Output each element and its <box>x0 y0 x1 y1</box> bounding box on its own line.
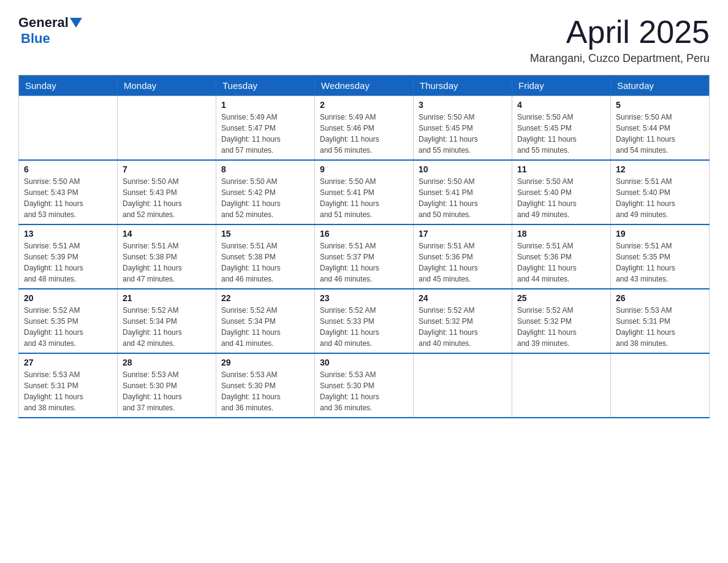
day-number: 22 <box>221 293 309 303</box>
day-number: 8 <box>221 164 309 174</box>
day-number: 3 <box>419 100 507 110</box>
calendar-cell: 21Sunrise: 5:52 AMSunset: 5:34 PMDayligh… <box>118 289 216 353</box>
calendar-cell: 30Sunrise: 5:53 AMSunset: 5:30 PMDayligh… <box>315 353 414 418</box>
calendar-cell: 24Sunrise: 5:52 AMSunset: 5:32 PMDayligh… <box>414 289 512 353</box>
main-title: April 2025 <box>530 15 710 50</box>
day-info: Sunrise: 5:52 AMSunset: 5:32 PMDaylight:… <box>419 305 507 349</box>
calendar-cell: 20Sunrise: 5:52 AMSunset: 5:35 PMDayligh… <box>19 289 118 353</box>
calendar-cell: 28Sunrise: 5:53 AMSunset: 5:30 PMDayligh… <box>118 353 216 418</box>
day-number: 17 <box>419 229 507 239</box>
calendar-header-row: SundayMondayTuesdayWednesdayThursdayFrid… <box>19 75 710 96</box>
day-info: Sunrise: 5:51 AMSunset: 5:40 PMDaylight:… <box>616 176 704 220</box>
day-number: 30 <box>320 358 408 367</box>
day-number: 7 <box>123 164 211 174</box>
day-info: Sunrise: 5:50 AMSunset: 5:44 PMDaylight:… <box>616 112 704 156</box>
calendar-cell: 7Sunrise: 5:50 AMSunset: 5:43 PMDaylight… <box>118 160 216 224</box>
day-info: Sunrise: 5:51 AMSunset: 5:35 PMDaylight:… <box>616 240 704 285</box>
calendar-week-row: 6Sunrise: 5:50 AMSunset: 5:43 PMDaylight… <box>19 160 710 224</box>
calendar-cell: 16Sunrise: 5:51 AMSunset: 5:37 PMDayligh… <box>315 224 414 289</box>
day-info: Sunrise: 5:50 AMSunset: 5:40 PMDaylight:… <box>517 176 605 220</box>
day-number: 23 <box>320 293 408 303</box>
calendar-cell: 26Sunrise: 5:53 AMSunset: 5:31 PMDayligh… <box>611 289 710 353</box>
calendar-cell: 3Sunrise: 5:50 AMSunset: 5:45 PMDaylight… <box>414 96 512 161</box>
calendar-header-tuesday: Tuesday <box>216 75 315 96</box>
calendar-cell: 23Sunrise: 5:52 AMSunset: 5:33 PMDayligh… <box>315 289 414 353</box>
calendar-cell: 22Sunrise: 5:52 AMSunset: 5:34 PMDayligh… <box>216 289 315 353</box>
day-number: 15 <box>221 229 309 239</box>
day-info: Sunrise: 5:53 AMSunset: 5:31 PMDaylight:… <box>616 305 704 349</box>
calendar-header-friday: Friday <box>512 75 611 96</box>
calendar-table: SundayMondayTuesdayWednesdayThursdayFrid… <box>18 75 710 418</box>
day-number: 28 <box>123 358 211 367</box>
day-number: 9 <box>320 164 408 174</box>
calendar-cell <box>118 96 216 161</box>
day-number: 12 <box>616 164 704 174</box>
logo-triangle-icon <box>70 18 82 28</box>
calendar-cell: 4Sunrise: 5:50 AMSunset: 5:45 PMDaylight… <box>512 96 611 161</box>
day-info: Sunrise: 5:51 AMSunset: 5:39 PMDaylight:… <box>24 240 112 285</box>
day-info: Sunrise: 5:50 AMSunset: 5:41 PMDaylight:… <box>419 176 507 220</box>
calendar-cell: 29Sunrise: 5:53 AMSunset: 5:30 PMDayligh… <box>216 353 315 418</box>
day-info: Sunrise: 5:51 AMSunset: 5:36 PMDaylight:… <box>517 240 605 285</box>
day-number: 2 <box>320 100 408 110</box>
calendar-cell: 14Sunrise: 5:51 AMSunset: 5:38 PMDayligh… <box>118 224 216 289</box>
calendar-cell: 2Sunrise: 5:49 AMSunset: 5:46 PMDaylight… <box>315 96 414 161</box>
day-info: Sunrise: 5:52 AMSunset: 5:32 PMDaylight:… <box>517 305 605 349</box>
calendar-week-row: 20Sunrise: 5:52 AMSunset: 5:35 PMDayligh… <box>19 289 710 353</box>
day-info: Sunrise: 5:51 AMSunset: 5:38 PMDaylight:… <box>221 240 309 285</box>
day-info: Sunrise: 5:53 AMSunset: 5:30 PMDaylight:… <box>320 369 408 413</box>
day-number: 21 <box>123 293 211 303</box>
day-number: 1 <box>221 100 309 110</box>
calendar-cell: 15Sunrise: 5:51 AMSunset: 5:38 PMDayligh… <box>216 224 315 289</box>
logo: General Blue <box>18 15 82 47</box>
day-info: Sunrise: 5:49 AMSunset: 5:46 PMDaylight:… <box>320 112 408 156</box>
calendar-header-monday: Monday <box>118 75 216 96</box>
calendar-cell: 25Sunrise: 5:52 AMSunset: 5:32 PMDayligh… <box>512 289 611 353</box>
day-number: 14 <box>123 229 211 239</box>
calendar-cell: 19Sunrise: 5:51 AMSunset: 5:35 PMDayligh… <box>611 224 710 289</box>
calendar-header-saturday: Saturday <box>611 75 710 96</box>
day-info: Sunrise: 5:49 AMSunset: 5:47 PMDaylight:… <box>221 112 309 156</box>
calendar-cell <box>19 96 118 161</box>
calendar-cell: 11Sunrise: 5:50 AMSunset: 5:40 PMDayligh… <box>512 160 611 224</box>
day-number: 20 <box>24 293 112 303</box>
logo-text-general: General <box>18 15 69 31</box>
calendar-cell <box>611 353 710 418</box>
calendar-cell: 18Sunrise: 5:51 AMSunset: 5:36 PMDayligh… <box>512 224 611 289</box>
day-number: 26 <box>616 293 704 303</box>
logo-text-blue: Blue <box>21 31 50 47</box>
day-info: Sunrise: 5:52 AMSunset: 5:35 PMDaylight:… <box>24 305 112 349</box>
day-info: Sunrise: 5:51 AMSunset: 5:37 PMDaylight:… <box>320 240 408 285</box>
subtitle: Marangani, Cuzco Department, Peru <box>530 52 710 65</box>
calendar-cell: 1Sunrise: 5:49 AMSunset: 5:47 PMDaylight… <box>216 96 315 161</box>
calendar-cell: 9Sunrise: 5:50 AMSunset: 5:41 PMDaylight… <box>315 160 414 224</box>
day-number: 24 <box>419 293 507 303</box>
calendar-cell: 6Sunrise: 5:50 AMSunset: 5:43 PMDaylight… <box>19 160 118 224</box>
day-number: 29 <box>221 358 309 367</box>
day-info: Sunrise: 5:51 AMSunset: 5:38 PMDaylight:… <box>123 240 211 285</box>
calendar-cell: 27Sunrise: 5:53 AMSunset: 5:31 PMDayligh… <box>19 353 118 418</box>
calendar-week-row: 1Sunrise: 5:49 AMSunset: 5:47 PMDaylight… <box>19 96 710 161</box>
day-info: Sunrise: 5:52 AMSunset: 5:33 PMDaylight:… <box>320 305 408 349</box>
day-info: Sunrise: 5:52 AMSunset: 5:34 PMDaylight:… <box>123 305 211 349</box>
calendar-cell: 10Sunrise: 5:50 AMSunset: 5:41 PMDayligh… <box>414 160 512 224</box>
day-number: 27 <box>24 358 112 367</box>
day-info: Sunrise: 5:50 AMSunset: 5:43 PMDaylight:… <box>24 176 112 220</box>
day-number: 19 <box>616 229 704 239</box>
day-info: Sunrise: 5:53 AMSunset: 5:31 PMDaylight:… <box>24 369 112 413</box>
day-number: 25 <box>517 293 605 303</box>
page-header: General Blue April 2025 Marangani, Cuzco… <box>18 15 710 65</box>
day-number: 5 <box>616 100 704 110</box>
calendar-cell: 17Sunrise: 5:51 AMSunset: 5:36 PMDayligh… <box>414 224 512 289</box>
day-info: Sunrise: 5:53 AMSunset: 5:30 PMDaylight:… <box>123 369 211 413</box>
day-number: 18 <box>517 229 605 239</box>
day-number: 6 <box>24 164 112 174</box>
day-info: Sunrise: 5:50 AMSunset: 5:45 PMDaylight:… <box>517 112 605 156</box>
calendar-header-thursday: Thursday <box>414 75 512 96</box>
day-number: 13 <box>24 229 112 239</box>
day-info: Sunrise: 5:53 AMSunset: 5:30 PMDaylight:… <box>221 369 309 413</box>
title-section: April 2025 Marangani, Cuzco Department, … <box>530 15 710 65</box>
calendar-cell: 13Sunrise: 5:51 AMSunset: 5:39 PMDayligh… <box>19 224 118 289</box>
day-info: Sunrise: 5:50 AMSunset: 5:45 PMDaylight:… <box>419 112 507 156</box>
calendar-week-row: 13Sunrise: 5:51 AMSunset: 5:39 PMDayligh… <box>19 224 710 289</box>
